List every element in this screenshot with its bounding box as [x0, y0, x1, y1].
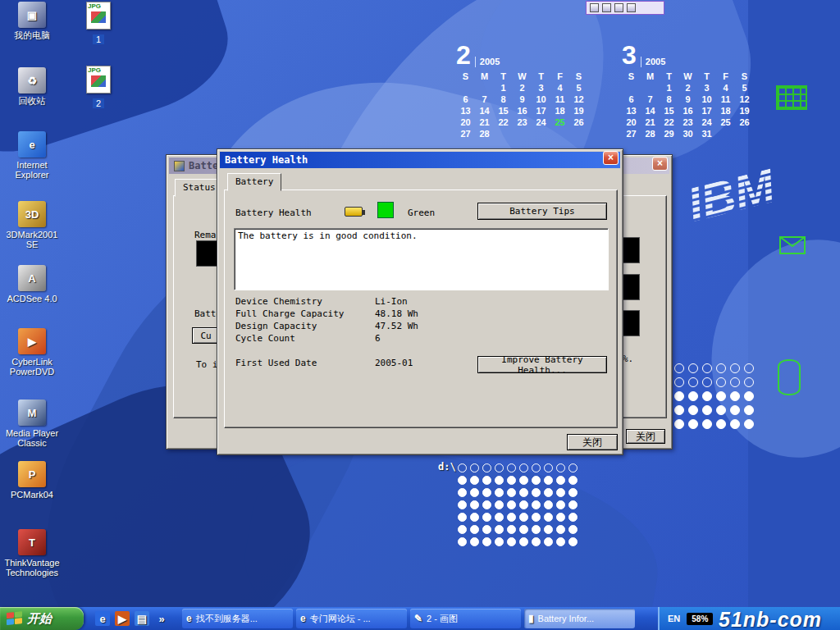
wallpaper-dot	[495, 525, 504, 534]
pen-icon[interactable]	[614, 3, 623, 12]
taskbar-task-ie-task-1[interactable]: e找不到服务器...	[182, 609, 293, 628]
calendar-day: 10	[532, 94, 550, 105]
wallpaper-dot	[702, 419, 712, 429]
desktop-icon-recycle-bin[interactable]: ♻回收站	[2, 67, 62, 106]
calendar-day: 1	[494, 82, 513, 94]
taskbar-task-paint-task[interactable]: ✎2 - 画图	[410, 609, 521, 628]
icon-glyph: ♻	[27, 75, 37, 87]
desktop-icon-thinkvantage[interactable]: TThinkVantage Technologies	[2, 529, 62, 578]
condition-textbox[interactable]: The battery is in good condition.	[234, 228, 609, 290]
wallpaper-dot	[716, 419, 726, 429]
jpg-file-icon: JPG	[86, 66, 111, 94]
wallpaper-dot	[532, 513, 541, 522]
calendar-day: 10	[697, 94, 716, 105]
language-indicator[interactable]: EN	[668, 614, 680, 623]
wallpaper-dot	[495, 513, 504, 522]
calendar-day: 22	[660, 116, 678, 128]
calendar-day: 29	[660, 128, 678, 139]
battery-health-dialog: Battery Health × Battery Battery Health …	[217, 148, 623, 455]
calendar-day: 31	[697, 128, 716, 139]
wallpaper-dot	[519, 537, 528, 546]
calendar-day: 28	[475, 128, 494, 139]
calendar-day: 19	[569, 105, 588, 116]
wallpaper-dot-grid	[674, 363, 754, 429]
field-label: Full Charge Capacity	[235, 308, 375, 321]
quick-launch-more-chevron[interactable]: »	[154, 611, 169, 626]
quick-launch-show-desktop[interactable]: ▤	[135, 611, 149, 626]
media-player-classic-icon: M	[18, 399, 46, 426]
battery-tips-button[interactable]: Battery Tips	[477, 203, 607, 220]
wallpaper-dot	[519, 488, 528, 497]
tab-battery[interactable]: Battery	[227, 173, 281, 191]
keyboard-icon[interactable]	[627, 3, 636, 12]
language-indicator-icon[interactable]	[590, 3, 599, 12]
calendar-day	[513, 128, 532, 139]
battery-tray-icon[interactable]: 58%	[687, 613, 713, 625]
acdsee-icon: A	[18, 265, 46, 291]
calendar-day: 2	[678, 82, 697, 94]
calendar-day: 18	[550, 105, 569, 116]
field-value: 6	[375, 333, 381, 345]
ibm-logo: IBM	[677, 133, 826, 252]
calendar-day-header: M	[475, 71, 494, 82]
wallpaper-dot	[470, 500, 479, 509]
file-icon-label: 2	[93, 98, 104, 108]
first-used-label: First Used Date	[235, 358, 375, 370]
desktop-icon-acdsee[interactable]: AACDSee 4.0	[2, 265, 62, 304]
icon-glyph: ▶	[28, 336, 36, 348]
desktop-icon-cyberlink-powerdvd[interactable]: ▶CyberLink PowerDVD	[2, 328, 62, 377]
taskbar-task-battery-info-task[interactable]: ▮Battery Infor...	[524, 609, 635, 628]
wallpaper-dot	[544, 513, 553, 522]
wallpaper-dot	[730, 405, 740, 415]
quick-launch-internet-explorer[interactable]: e	[95, 611, 110, 626]
close-button[interactable]: 关闭	[567, 434, 618, 450]
calendar-day: 22	[494, 116, 513, 128]
wallpaper-dot	[482, 488, 491, 497]
file-icon-2[interactable]: JPG2	[79, 66, 118, 110]
desktop: IBM d:\ 22005SMTWTFS12345678910111213141…	[0, 0, 840, 630]
desktop-icon-label: 我的电脑	[2, 30, 62, 40]
wallpaper-dot	[730, 363, 740, 373]
wallpaper-dot	[568, 537, 578, 546]
wallpaper-dot	[532, 525, 541, 534]
current-button[interactable]: Cu	[192, 327, 220, 344]
close-icon[interactable]: ×	[652, 157, 668, 171]
desktop-icon-pcmark04[interactable]: PPCMark04	[2, 461, 62, 500]
calendar-year: 2005	[641, 57, 665, 67]
desktop-icon-internet-explorer[interactable]: eInternet Explorer	[2, 131, 62, 180]
language-bar[interactable]	[586, 1, 664, 15]
desktop-icon-my-computer[interactable]: ▣我的电脑	[2, 2, 62, 40]
svg-text:IBM: IBM	[682, 158, 782, 231]
file-icon-1[interactable]: JPG1	[79, 2, 118, 46]
improve-battery-health-button[interactable]: Improve Battery Health...	[477, 356, 607, 373]
wallpaper-dot	[458, 500, 467, 509]
calendar-day: 24	[697, 116, 716, 128]
paint-task-icon: ✎	[414, 613, 422, 624]
wallpaper-dot	[532, 476, 541, 485]
desktop-icon-3dmark2001-se[interactable]: 3D3DMark2001 SE	[2, 201, 62, 249]
calendar-day: 12	[569, 94, 588, 105]
task-label: Battery Infor...	[538, 614, 594, 623]
wallpaper-dot	[482, 525, 491, 534]
calendar-day-header: W	[678, 71, 697, 82]
battery-detail-fields: Device ChemistryLi-IonFull Charge Capaci…	[235, 296, 418, 345]
calendar-day-header: T	[494, 71, 513, 82]
wallpaper-dot	[507, 513, 516, 522]
wallpaper-dot	[716, 405, 726, 415]
taskbar-task-ie-task-2[interactable]: e专门网论坛 - ...	[296, 609, 407, 628]
calendar-day: 27	[456, 128, 475, 139]
file-type-tag: JPG	[88, 2, 101, 10]
close-button[interactable]: 关闭	[626, 429, 665, 444]
calendar-day: 23	[678, 116, 697, 128]
calendar-day	[532, 128, 550, 139]
desktop-icon-media-player-classic[interactable]: MMedia Player Classic	[2, 399, 62, 448]
battery-health-label: Battery Health	[235, 208, 312, 218]
start-button[interactable]: 开始	[0, 607, 84, 630]
calendar-day	[569, 128, 588, 139]
wallpaper-dot	[688, 377, 698, 387]
close-icon[interactable]: ×	[603, 151, 619, 165]
sound-icon[interactable]	[602, 3, 611, 12]
dialog-titlebar[interactable]: Battery Health	[220, 152, 620, 168]
quick-launch-media-player[interactable]: ▶	[115, 611, 130, 626]
wallpaper-dot	[495, 476, 504, 485]
